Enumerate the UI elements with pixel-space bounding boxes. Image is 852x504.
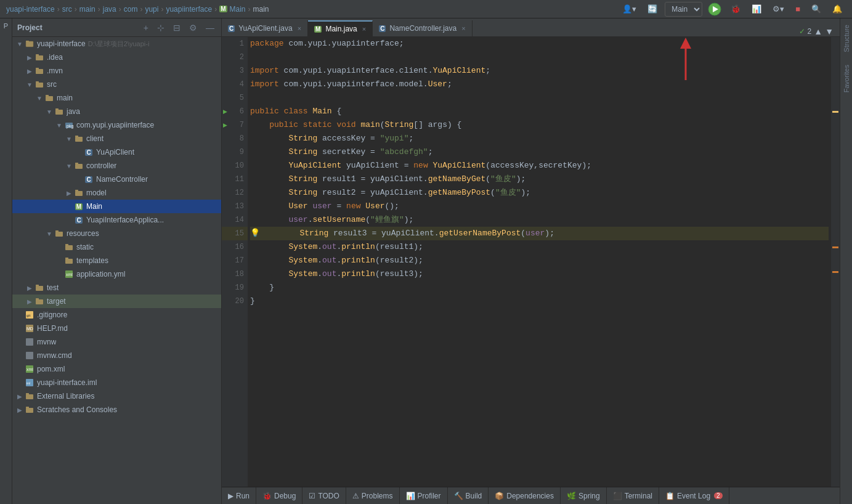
match-indicator: ✓ 2 ▲ ▼ xyxy=(799,26,840,36)
run-gutter-btn-6[interactable]: ▶ xyxy=(223,108,227,115)
sidebar-scroll-to-btn[interactable]: ⊹ xyxy=(155,22,166,33)
bottom-tab-debug[interactable]: 🐞Debug xyxy=(256,487,302,505)
tree-item-gitignore[interactable]: git.gitignore xyxy=(12,308,221,322)
tree-icon-test xyxy=(34,283,44,293)
bottom-tab-problems[interactable]: ⚠Problems xyxy=(346,487,400,505)
svg-rect-10 xyxy=(46,96,53,101)
tab-yuapiclient-close[interactable]: × xyxy=(298,25,301,32)
sidebar-add-btn[interactable]: + xyxy=(142,22,150,33)
svg-rect-45 xyxy=(26,393,29,395)
notifications-button[interactable]: 🔔 xyxy=(829,3,846,15)
tree-label-iml: yuapi-interface.iml xyxy=(37,378,97,387)
project-icon[interactable]: P xyxy=(1,21,11,31)
tree-item-pom[interactable]: xmlpom.xml xyxy=(12,362,221,376)
bottom-tab-label-spring: Spring xyxy=(578,492,600,500)
tree-item-YuapiInterfaceApplica[interactable]: CYuapiInterfaceApplica... xyxy=(12,213,221,227)
tree-item-resources[interactable]: ▼resources xyxy=(12,227,221,240)
breadcrumb-project[interactable]: yuapi-interface xyxy=(6,5,55,14)
tree-item-java[interactable]: ▼java xyxy=(12,105,221,118)
scroll-up-btn[interactable]: ▲ xyxy=(814,26,822,36)
bottom-tab-todo[interactable]: ☑TODO xyxy=(302,487,346,505)
tree-item-scratches[interactable]: ▶Scratches and Consoles xyxy=(12,403,221,417)
tree-item-mvn[interactable]: ▶.mvn xyxy=(12,64,221,78)
tree-item-main[interactable]: ▼main xyxy=(12,91,221,105)
tree-item-target[interactable]: ▶target xyxy=(12,295,221,308)
tree-item-model[interactable]: ▶model xyxy=(12,186,221,200)
stop-button[interactable]: ■ xyxy=(792,3,804,15)
breadcrumb-com[interactable]: com xyxy=(124,5,138,14)
more-run-button[interactable]: ⚙▾ xyxy=(769,3,788,15)
debug-button[interactable]: 🐞 xyxy=(727,3,744,15)
tree-item-YuApiClient[interactable]: CYuApiClient xyxy=(12,145,221,159)
breadcrumb-yuapiinterface[interactable]: yuapiinterface xyxy=(166,5,212,14)
lightbulb-15[interactable]: 💡 xyxy=(250,227,260,240)
scroll-down-btn[interactable]: ▼ xyxy=(825,26,834,36)
bottom-tab-run[interactable]: ▶Run xyxy=(222,487,256,505)
bottom-tab-profiler[interactable]: 📊Profiler xyxy=(400,487,448,505)
tree-item-Main[interactable]: MMain xyxy=(12,200,221,213)
tree-arrow: ▶ xyxy=(15,393,25,400)
tab-yuapiclient[interactable]: C YuApiClient.java × xyxy=(222,20,308,36)
tree-arrow: ▼ xyxy=(64,163,74,169)
tree-item-client[interactable]: ▼client xyxy=(12,132,221,145)
tree-item-controller[interactable]: ▼controller xyxy=(12,159,221,173)
bottom-tab-terminal[interactable]: ⬛Terminal xyxy=(607,487,659,505)
tab-yuapiclient-icon: C xyxy=(228,25,235,32)
tree-item-com_pkg[interactable]: ▼pkgcom.yupi.yuapiinterface xyxy=(12,118,221,132)
search-button[interactable]: 🔍 xyxy=(808,3,825,15)
token: [] xyxy=(413,118,423,132)
vcs-button[interactable]: 👤▾ xyxy=(619,3,640,15)
tree-item-static[interactable]: static xyxy=(12,240,221,254)
tree-item-root[interactable]: ▼yuapi-interfaceD:\星球项目2\yuapi-i xyxy=(12,37,221,51)
sidebar-settings-btn[interactable]: ⚙ xyxy=(187,22,199,33)
run-button[interactable] xyxy=(706,1,723,18)
tree-item-mvnwcmd[interactable]: mvnw.cmd xyxy=(12,349,221,362)
line-number-text-17: 17 xyxy=(235,256,244,265)
breadcrumb-main[interactable]: main xyxy=(79,5,95,14)
update-button[interactable]: 🔄 xyxy=(644,3,661,15)
bottom-tab-spring[interactable]: 🌿Spring xyxy=(561,487,607,505)
tree-item-NameController[interactable]: CNameController xyxy=(12,173,221,186)
tab-main[interactable]: M Main.java × xyxy=(308,20,373,36)
tree-item-test[interactable]: ▶test xyxy=(12,281,221,295)
sidebar: Project + ⊹ ⊟ ⚙ — ▼yuapi-interfaceD:\星球项… xyxy=(12,18,222,504)
tab-main-close[interactable]: × xyxy=(362,25,366,33)
structure-label[interactable]: Structure xyxy=(843,25,850,52)
run-gutter-btn-7[interactable]: ▶ xyxy=(223,122,227,128)
breadcrumb-main-class[interactable]: Main xyxy=(230,5,246,14)
tab-namecontroller[interactable]: C NameController.java × xyxy=(373,20,472,36)
tree-item-idea[interactable]: ▶.idea xyxy=(12,51,221,64)
tab-namecontroller-close[interactable]: × xyxy=(461,25,465,32)
token: com.yupi.yuapiinterface.model. xyxy=(279,78,428,91)
code-line-13: User user = new User(); xyxy=(250,200,829,213)
tree-item-mvnw[interactable]: mvnw xyxy=(12,335,221,349)
svg-text:git: git xyxy=(26,314,31,317)
breadcrumb-yupi[interactable]: yupi xyxy=(145,5,158,14)
token: . xyxy=(336,267,341,281)
token: com.yupi.yuapiinterface; xyxy=(284,37,404,51)
coverage-button[interactable]: 📊 xyxy=(748,3,765,15)
favorites-label[interactable]: Favorites xyxy=(843,65,850,92)
token: ); xyxy=(413,267,423,281)
sidebar-collapse-btn[interactable]: ⊟ xyxy=(171,22,182,33)
tree-item-iml[interactable]: imlyuapi-interface.iml xyxy=(12,376,221,389)
bottom-tab-dependencies[interactable]: 📦Dependencies xyxy=(489,487,561,505)
sidebar-close-btn[interactable]: — xyxy=(204,22,216,33)
tree-icon-mvn xyxy=(34,66,44,76)
title-bar: yuapi-interface › src › main › java › co… xyxy=(0,0,852,18)
tree-icon-templates xyxy=(64,256,74,266)
tree-item-appprops[interactable]: xmlapplication.yml xyxy=(12,267,221,281)
tree-item-templates[interactable]: templates xyxy=(12,254,221,267)
token: class xyxy=(284,105,308,118)
tree-item-src[interactable]: ▼src xyxy=(12,78,221,91)
token xyxy=(250,118,269,132)
breadcrumb-src[interactable]: src xyxy=(62,5,72,14)
token: ( xyxy=(485,159,490,173)
bottom-tab-event-log[interactable]: 📋Event Log2 xyxy=(659,487,729,505)
run-config-dropdown[interactable]: Main xyxy=(665,2,702,17)
bottom-tab-build[interactable]: 🔨Build xyxy=(448,487,489,505)
breadcrumb-java[interactable]: java xyxy=(103,5,116,14)
tree-item-extlibs[interactable]: ▶External Libraries xyxy=(12,389,221,403)
code-content[interactable]: package com.yupi.yuapiinterface;import c… xyxy=(248,37,831,487)
tree-item-HELP[interactable]: MDHELP.md xyxy=(12,322,221,335)
